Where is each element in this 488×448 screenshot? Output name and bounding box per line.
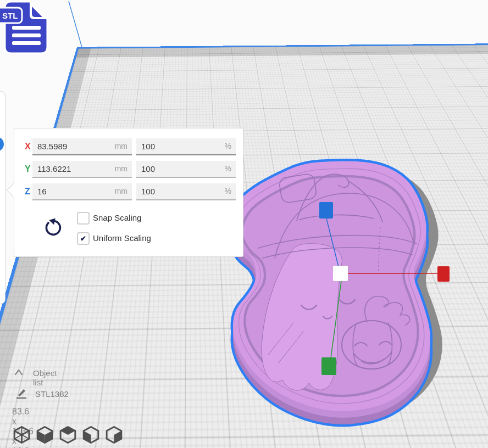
object-list-header[interactable]: Object list bbox=[33, 368, 57, 387]
view-3d-icon[interactable] bbox=[13, 425, 31, 444]
view-front-icon[interactable] bbox=[36, 425, 54, 444]
z-size-unit: mm bbox=[115, 187, 127, 195]
y-size-unit: mm bbox=[115, 164, 127, 173]
view-right-icon[interactable] bbox=[105, 425, 123, 444]
y-size-field: mm bbox=[32, 161, 132, 178]
x-size-unit: mm bbox=[115, 142, 127, 150]
y-percent-input[interactable] bbox=[136, 161, 236, 177]
build-volume-corner-line bbox=[69, 1, 82, 47]
snap-scaling-checkbox[interactable] bbox=[77, 212, 90, 225]
badge-label: STL bbox=[2, 11, 18, 20]
scale-handle-red[interactable] bbox=[437, 266, 450, 282]
z-percent-field: % bbox=[136, 183, 236, 200]
y-percent-field: % bbox=[136, 161, 236, 178]
z-percent-unit: % bbox=[225, 187, 231, 195]
scale-row-x: X mm % bbox=[14, 138, 243, 155]
rename-pencil-icon[interactable] bbox=[15, 387, 28, 400]
scale-row-y: Y mm % bbox=[14, 161, 243, 178]
z-percent-input[interactable] bbox=[136, 183, 236, 199]
camera-view-buttons bbox=[13, 425, 123, 444]
uniform-scaling-checkbox[interactable]: ✔ bbox=[77, 232, 90, 245]
scale-row-z: Z mm % bbox=[14, 183, 243, 200]
axis-label-y: Y bbox=[25, 164, 31, 174]
axis-label-x: X bbox=[25, 142, 31, 152]
x-percent-unit: % bbox=[225, 142, 231, 150]
scale-handle-green[interactable] bbox=[321, 357, 336, 375]
model-ghost-mold[interactable] bbox=[230, 161, 430, 424]
collapse-chevron-icon[interactable] bbox=[14, 368, 23, 376]
reset-scale-button[interactable] bbox=[43, 218, 63, 239]
x-percent-field: % bbox=[136, 138, 236, 155]
reset-arrow-icon bbox=[43, 218, 63, 239]
uniform-scaling-label: Uniform Scaling bbox=[93, 233, 151, 243]
stl-file-icon[interactable]: STL bbox=[0, 0, 55, 56]
left-toolbar-edge bbox=[0, 91, 5, 304]
scale-handle-center[interactable] bbox=[333, 266, 348, 281]
y-percent-unit: % bbox=[225, 164, 231, 173]
text-line bbox=[12, 26, 41, 30]
x-size-field: mm bbox=[32, 138, 132, 155]
snap-scaling-label: Snap Scaling bbox=[93, 213, 141, 222]
object-list-item-name[interactable]: STL1382 bbox=[35, 389, 69, 399]
view-top-icon[interactable] bbox=[59, 425, 77, 444]
scale-tool-panel: X mm % Y mm % Z mm bbox=[14, 128, 243, 257]
app-window: STL X mm % Y mm % bbox=[0, 0, 488, 448]
text-line bbox=[12, 41, 41, 45]
x-percent-input[interactable] bbox=[136, 138, 236, 154]
axis-label-z: Z bbox=[25, 187, 30, 197]
scale-handle-blue[interactable] bbox=[319, 202, 333, 219]
view-left-icon[interactable] bbox=[82, 425, 100, 444]
z-size-field: mm bbox=[32, 183, 132, 200]
text-line bbox=[12, 33, 41, 37]
